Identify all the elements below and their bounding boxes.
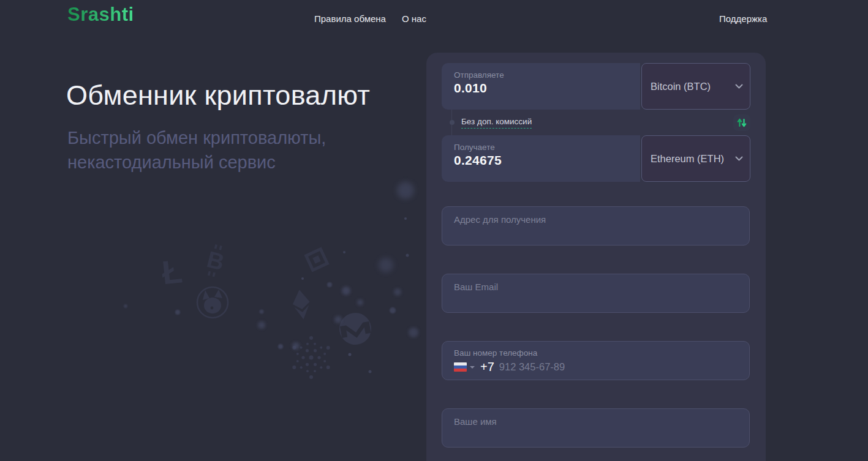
monero-icon bbox=[337, 310, 374, 347]
page-subtitle: Быстрый обмен криптовалюты, некастодиаль… bbox=[67, 126, 326, 174]
bitcoin-icon: B bbox=[203, 243, 227, 278]
send-currency-select[interactable]: Bitcoin (BTC) bbox=[641, 63, 750, 110]
fee-connector-row: Без доп. комиссий bbox=[442, 110, 750, 135]
main-nav: Правила обмена О нас bbox=[314, 13, 426, 24]
receive-amount-label: Получаете bbox=[454, 143, 630, 152]
binance-icon bbox=[302, 245, 331, 274]
nav-link-support[interactable]: Поддержка bbox=[719, 13, 767, 24]
ethereum-icon bbox=[291, 288, 312, 320]
send-amount-group: Отправляете Bitcoin (BTC) bbox=[442, 63, 750, 110]
russia-flag-icon[interactable] bbox=[454, 362, 467, 372]
fee-note[interactable]: Без доп. комиссий bbox=[461, 117, 532, 129]
dogecoin-icon bbox=[197, 287, 228, 318]
receive-currency-wrap: Ethereum (ETH) bbox=[641, 135, 750, 182]
send-amount-input[interactable] bbox=[454, 81, 630, 96]
svg-text:Ł: Ł bbox=[160, 252, 184, 291]
page-subtitle-line1: Быстрый обмен криптовалюты, bbox=[67, 128, 326, 148]
exchange-panel: Отправляете Bitcoin (BTC) Без доп. комис… bbox=[426, 53, 766, 461]
email-input[interactable] bbox=[442, 274, 750, 313]
cardano-icon bbox=[292, 336, 330, 379]
page-title: Обменник криптовалют bbox=[66, 80, 370, 111]
page-subtitle-line2: некастодиальный сервис bbox=[67, 152, 276, 172]
receive-currency-select[interactable]: Ethereum (ETH) bbox=[641, 135, 750, 182]
page: Ł B bbox=[0, 0, 868, 461]
address-input[interactable] bbox=[442, 206, 750, 245]
send-amount-box[interactable]: Отправляете bbox=[442, 63, 640, 110]
connector-dot bbox=[450, 120, 455, 125]
nav-link-rules[interactable]: Правила обмена bbox=[314, 13, 386, 24]
receive-amount-input[interactable] bbox=[454, 153, 630, 168]
brand-logo[interactable]: Srashti bbox=[67, 4, 134, 26]
flag-dropdown-caret-icon[interactable] bbox=[470, 366, 475, 369]
send-currency-wrap: Bitcoin (BTC) bbox=[641, 63, 750, 110]
nav-link-about[interactable]: О нас bbox=[402, 13, 426, 24]
phone-label: Ваш номер телефона bbox=[454, 348, 738, 358]
swap-button[interactable] bbox=[733, 114, 750, 131]
phone-number-input[interactable] bbox=[499, 361, 738, 373]
swap-vertical-arrows-icon bbox=[737, 118, 747, 127]
svg-text:B: B bbox=[205, 246, 227, 275]
litecoin-icon: Ł bbox=[160, 252, 184, 291]
receive-amount-box[interactable]: Получаете bbox=[442, 135, 640, 182]
name-input[interactable] bbox=[442, 408, 750, 448]
dial-code: +7 bbox=[480, 360, 494, 374]
receive-amount-group: Получаете Ethereum (ETH) bbox=[442, 135, 750, 182]
phone-row: +7 bbox=[454, 360, 738, 374]
phone-field[interactable]: Ваш номер телефона +7 bbox=[442, 341, 750, 380]
send-amount-label: Отправляете bbox=[454, 70, 630, 80]
particle-dots bbox=[124, 182, 418, 373]
